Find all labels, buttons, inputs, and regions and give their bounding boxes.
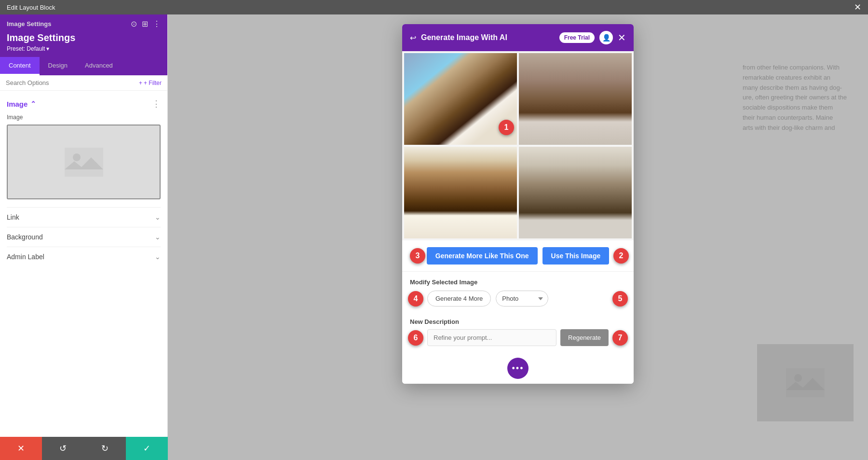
modal-bottom-dots-area: ••• <box>402 353 634 384</box>
action-buttons-row: 3 Generate More Like This One Use This I… <box>402 240 634 271</box>
background-section[interactable]: Background ⌄ <box>7 227 161 247</box>
more-options-button[interactable]: ••• <box>507 358 529 379</box>
sidebar-header: Image Settings ⊙ ⊞ ⋮ Image Settings Pres… <box>0 14 167 57</box>
sidebar-subtitle: Image Settings <box>7 20 51 28</box>
image-section-title: Image ⌃ <box>7 100 36 108</box>
chevron-down-icon-admin: ⌄ <box>155 253 161 261</box>
new-description-section: New Description 6 Regenerate 7 <box>402 313 634 353</box>
section-options-icon[interactable]: ⋮ <box>152 98 161 109</box>
modal-back-button[interactable]: ↩ <box>410 33 416 42</box>
sidebar: Image Settings ⊙ ⊞ ⋮ Image Settings Pres… <box>0 14 168 460</box>
modal-title: Generate Image With AI <box>421 33 507 42</box>
modal-header: ↩ Generate Image With AI Free Trial 👤 ✕ <box>402 24 634 51</box>
filter-button[interactable]: + + Filter <box>139 80 162 86</box>
profile-icon[interactable]: 👤 <box>599 31 613 44</box>
chevron-down-icon: ⌄ <box>155 213 161 221</box>
svg-rect-0 <box>65 148 103 177</box>
tab-advanced[interactable]: Advanced <box>76 57 122 75</box>
modal-body: 1 3 Generate More Like This One Use This… <box>402 51 634 384</box>
bottom-toolbar: ✕ ↺ ↻ ✓ <box>0 437 168 460</box>
tab-design[interactable]: Design <box>40 57 76 75</box>
search-bar: + + Filter <box>0 75 167 91</box>
badge-6: 6 <box>408 330 423 346</box>
link-section[interactable]: Link ⌄ <box>7 207 161 227</box>
sidebar-content: Image ⌃ ⋮ Image Link ⌄ <box>0 91 167 454</box>
tab-content[interactable]: Content <box>0 57 40 75</box>
description-input[interactable] <box>427 329 556 346</box>
chevron-up-icon[interactable]: ⌃ <box>30 100 36 108</box>
undo-button[interactable]: ↺ <box>42 437 84 460</box>
main-area: from other feline companions. With remar… <box>168 14 868 460</box>
badge-5: 5 <box>612 291 628 307</box>
search-input[interactable] <box>6 79 135 86</box>
preset-selector[interactable]: Preset: Default ▾ <box>7 45 161 57</box>
more-icon[interactable]: ⋮ <box>153 19 161 28</box>
background-section-title: Background <box>7 233 43 241</box>
generate-more-button[interactable]: Generate More Like This One <box>427 247 538 265</box>
chevron-down-icon-bg: ⌄ <box>155 233 161 241</box>
svg-point-1 <box>73 153 81 161</box>
save-button[interactable]: ✓ <box>126 437 168 460</box>
modal-close-button[interactable]: ✕ <box>618 33 626 42</box>
badge-1: 1 <box>499 120 514 135</box>
style-select[interactable]: Photo Illustration Sketch Oil Painting <box>496 291 548 307</box>
window-close-button[interactable]: ✕ <box>854 3 861 12</box>
cancel-button[interactable]: ✕ <box>0 437 42 460</box>
redo-icon: ↻ <box>101 443 108 454</box>
sidebar-main-title: Image Settings <box>7 32 161 45</box>
redo-button[interactable]: ↻ <box>84 437 126 460</box>
image-section: Image ⌃ ⋮ Image <box>7 98 161 199</box>
badge-3: 3 <box>410 248 425 264</box>
filter-icon: + <box>139 80 142 86</box>
modify-section: Modify Selected Image 4 Generate 4 More … <box>402 271 634 313</box>
modal-overlay: ↩ Generate Image With AI Free Trial 👤 ✕ <box>168 14 868 460</box>
grid-image-2[interactable] <box>519 53 632 145</box>
columns-icon[interactable]: ⊞ <box>142 19 148 28</box>
regenerate-button[interactable]: Regenerate <box>560 329 609 346</box>
use-image-button[interactable]: Use This Image <box>542 247 610 265</box>
save-icon: ✓ <box>143 443 150 454</box>
grid-image-4[interactable] <box>519 147 632 238</box>
badge-7: 7 <box>612 330 628 346</box>
new-desc-title: New Description <box>410 318 626 325</box>
modify-section-title: Modify Selected Image <box>410 279 626 286</box>
cancel-icon: ✕ <box>17 443 25 454</box>
image-placeholder[interactable] <box>7 125 161 199</box>
admin-label-section[interactable]: Admin Label ⌄ <box>7 247 161 266</box>
undo-icon: ↺ <box>59 443 67 454</box>
free-trial-badge: Free Trial <box>559 32 595 43</box>
link-section-title: Link <box>7 213 19 221</box>
generate-4-button[interactable]: Generate 4 More <box>427 291 491 307</box>
admin-label-section-title: Admin Label <box>7 253 44 261</box>
settings-icon[interactable]: ⊙ <box>131 19 137 28</box>
image-field-label: Image <box>7 114 161 121</box>
grid-image-3[interactable] <box>404 147 517 238</box>
badge-2: 2 <box>613 248 629 264</box>
sidebar-tabs: Content Design Advanced <box>0 57 167 75</box>
image-grid: 1 <box>402 51 634 240</box>
window-title: Edit Layout Block <box>7 4 854 11</box>
badge-4: 4 <box>408 291 423 307</box>
ai-image-modal: ↩ Generate Image With AI Free Trial 👤 ✕ <box>402 24 634 384</box>
modal-scroll-area[interactable]: 1 3 Generate More Like This One Use This… <box>402 51 634 384</box>
